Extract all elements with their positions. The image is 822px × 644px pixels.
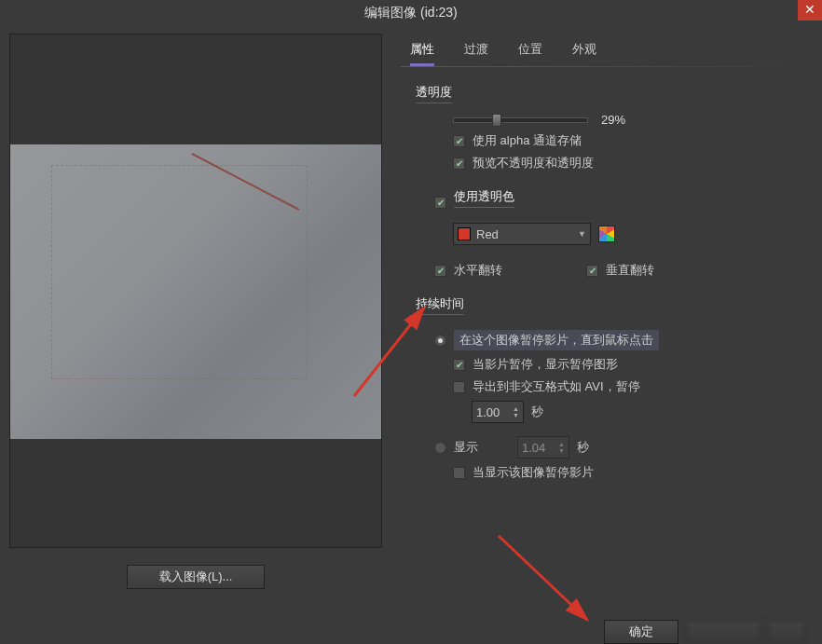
export-seconds-unit: 秒 <box>531 404 543 420</box>
show-radio[interactable] <box>434 442 446 454</box>
color-swatch-icon <box>458 227 471 240</box>
pause-on-show-label: 当显示该图像暂停影片 <box>473 464 594 481</box>
window-titlebar: 编辑图像 (id:23) ✕ <box>0 0 822 26</box>
alpha-checkbox-label: 使用 alpha 通道存储 <box>473 132 582 149</box>
show-radio-label: 显示 <box>454 439 478 456</box>
footer-button-3 <box>768 620 805 644</box>
use-transparent-color-label: 使用透明色 <box>454 188 514 208</box>
show-seconds-input: 1.04 ▲▼ <box>517 436 569 459</box>
flip-vertical-checkbox[interactable]: ✔ <box>586 265 598 277</box>
preview-selection-rect <box>51 165 308 379</box>
flip-horizontal-label: 水平翻转 <box>454 262 502 279</box>
pause-on-show-checkbox[interactable]: ✔ <box>453 467 465 479</box>
flip-horizontal-checkbox[interactable]: ✔ <box>434 265 446 277</box>
preview-opacity-checkbox[interactable]: ✔ <box>453 158 465 170</box>
duration-label: 持续时间 <box>416 295 464 315</box>
dialog-footer: 确定 <box>604 620 805 644</box>
close-button[interactable]: ✕ <box>798 0 822 21</box>
show-seconds-unit: 秒 <box>577 439 589 456</box>
tab-properties[interactable]: 属性 <box>410 41 434 66</box>
opacity-slider[interactable] <box>453 117 588 123</box>
load-image-button[interactable]: 载入图像(L)... <box>127 565 265 589</box>
show-seconds-value: 1.04 <box>522 441 545 455</box>
color-palette-icon[interactable] <box>598 226 615 242</box>
tab-appearance[interactable]: 外观 <box>572 41 596 66</box>
transparent-color-select[interactable]: Red ▼ <box>453 223 591 245</box>
chevron-down-icon: ▼ <box>578 229 586 239</box>
show-pause-shape-label: 当影片暂停，显示暂停图形 <box>473 356 618 373</box>
opacity-label: 透明度 <box>416 84 452 103</box>
preview-content <box>10 144 381 439</box>
alpha-checkbox[interactable]: ✔ <box>453 135 465 147</box>
stepper-down-icon: ▼ <box>558 447 565 454</box>
opacity-value: 29% <box>601 113 625 127</box>
export-avi-checkbox[interactable]: ✔ <box>453 381 465 393</box>
image-preview <box>9 34 382 548</box>
color-name: Red <box>476 227 499 241</box>
window-title: 编辑图像 (id:23) <box>364 5 458 21</box>
pause-on-image-radio[interactable] <box>434 335 446 347</box>
tab-transition[interactable]: 过渡 <box>464 41 488 66</box>
export-seconds-value: 1.00 <box>476 405 500 419</box>
footer-button-2 <box>686 620 760 644</box>
tab-bar: 属性 过渡 位置 外观 <box>410 41 813 66</box>
pause-on-image-label: 在这个图像暂停影片，直到鼠标点击 <box>454 330 659 350</box>
close-icon: ✕ <box>804 2 815 17</box>
ok-button[interactable]: 确定 <box>604 620 678 644</box>
export-seconds-input[interactable]: 1.00 ▲▼ <box>472 401 524 423</box>
tab-position[interactable]: 位置 <box>518 41 542 66</box>
flip-vertical-label: 垂直翻转 <box>606 262 654 279</box>
opacity-slider-thumb[interactable] <box>492 114 501 127</box>
stepper-up-icon[interactable]: ▲ <box>513 405 519 412</box>
stepper-down-icon[interactable]: ▼ <box>513 412 519 418</box>
preview-opacity-label: 预览不透明度和透明度 <box>473 155 594 171</box>
stepper-up-icon: ▲ <box>558 441 565 447</box>
show-pause-shape-checkbox[interactable]: ✔ <box>453 359 465 371</box>
use-transparent-color-checkbox[interactable]: ✔ <box>434 197 446 209</box>
export-avi-label: 导出到非交互格式如 AVI，暂停 <box>473 378 640 395</box>
